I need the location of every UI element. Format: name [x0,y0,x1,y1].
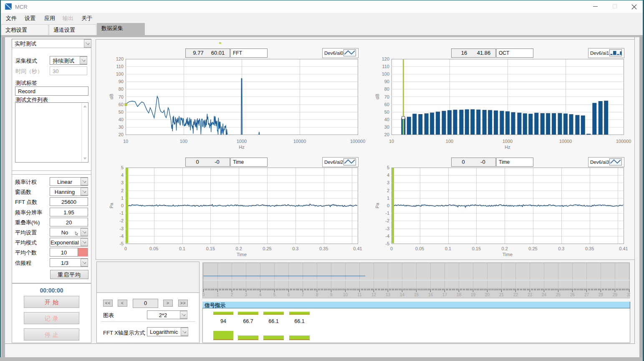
svg-text:-0: -0 [480,159,485,165]
svg-text:22: 22 [513,292,518,297]
svg-text:50: 50 [384,109,389,114]
svg-text:dB: dB [375,94,380,99]
svg-text:18: 18 [457,292,462,297]
svg-text:120: 120 [382,56,389,61]
svg-text:0.15: 0.15 [206,246,215,251]
svg-text:0: 0 [390,246,393,251]
svg-text:3: 3 [245,292,247,297]
svg-text:0: 0 [462,159,465,165]
svg-text:0.25: 0.25 [528,246,537,251]
svg-text:7: 7 [302,292,304,297]
svg-text:19: 19 [471,292,476,297]
svg-text:-0: -0 [215,159,220,165]
svg-text:4: 4 [121,173,124,178]
svg-text:23: 23 [528,292,533,297]
svg-text:2: 2 [387,188,389,193]
svg-text:-5: -5 [119,241,124,246]
svg-text:70: 70 [119,94,124,99]
svg-text:20: 20 [119,132,124,137]
svg-text:9.77: 9.77 [193,50,203,56]
svg-text:21: 21 [499,292,504,297]
svg-text:0: 0 [387,203,389,208]
svg-text:OCT: OCT [499,50,510,56]
svg-text:FFT: FFT [233,50,242,56]
svg-text:60: 60 [119,102,124,107]
svg-text:70: 70 [384,94,389,99]
svg-text:11: 11 [357,292,362,297]
svg-text:-2: -2 [119,218,124,223]
svg-text:41.86: 41.86 [477,50,491,56]
svg-text:6: 6 [288,292,290,297]
svg-text:40: 40 [384,117,389,122]
svg-text:27: 27 [584,292,589,297]
svg-text:12: 12 [371,292,376,297]
svg-text:0.3: 0.3 [292,246,298,251]
svg-text:-3: -3 [385,226,389,231]
svg-text:0.35: 0.35 [585,246,594,251]
svg-text:Dev6/ai3: Dev6/ai3 [590,160,609,165]
svg-text:-1: -1 [119,211,124,216]
svg-text:Time: Time [503,252,513,257]
svg-text:50: 50 [119,109,124,114]
svg-text:100: 100 [116,71,124,76]
svg-text:100: 100 [180,139,187,144]
svg-text:Pa: Pa [375,202,380,208]
svg-text:dB: dB [109,94,114,99]
svg-text:60: 60 [384,102,389,107]
svg-text:Hz: Hz [239,145,244,150]
svg-text:28: 28 [599,292,604,297]
svg-text:-4: -4 [385,234,389,239]
svg-text:1: 1 [217,292,219,297]
svg-text:110: 110 [382,64,389,69]
svg-text:1000: 1000 [503,139,513,144]
svg-text:90: 90 [119,79,124,84]
svg-text:4: 4 [387,173,389,178]
svg-text:0.3: 0.3 [558,246,564,251]
svg-text:15: 15 [414,292,419,297]
svg-text:10: 10 [389,139,394,144]
svg-text:14: 14 [400,292,405,297]
svg-text:10000: 10000 [293,139,306,144]
svg-text:2: 2 [121,188,124,193]
svg-text:30: 30 [119,125,124,130]
svg-text:10000: 10000 [559,139,572,144]
svg-text:110: 110 [116,64,124,69]
svg-text:80: 80 [384,86,389,92]
svg-text:Dev6/ai0: Dev6/ai0 [324,51,343,56]
svg-text:Pa: Pa [109,202,114,208]
svg-text:-1: -1 [385,211,389,216]
svg-text:0: 0 [202,292,205,297]
svg-text:3: 3 [387,180,389,185]
svg-text:80: 80 [119,86,124,92]
svg-text:16: 16 [428,292,433,297]
svg-text:Dev6/ai2: Dev6/ai2 [324,160,343,165]
svg-text:10: 10 [343,292,348,297]
svg-text:0.41: 0.41 [619,246,628,251]
svg-text:120: 120 [116,56,124,61]
svg-text:16: 16 [461,50,467,56]
svg-text:4: 4 [259,292,262,297]
svg-text:30: 30 [384,125,389,130]
svg-text:-4: -4 [119,234,124,239]
svg-text:-5: -5 [385,241,389,246]
svg-text:100000: 100000 [616,139,631,144]
svg-text:2: 2 [231,292,233,297]
svg-text:Time: Time [499,159,510,165]
svg-text:0.05: 0.05 [415,246,424,251]
svg-text:0.2: 0.2 [236,246,242,251]
svg-text:5: 5 [387,165,389,170]
svg-text:1: 1 [121,196,124,201]
svg-text:1000: 1000 [237,139,247,144]
svg-text:30: 30 [627,292,630,297]
svg-text:5: 5 [121,165,124,170]
svg-text:Time: Time [233,159,244,165]
svg-text:20: 20 [384,132,389,137]
svg-text:10: 10 [123,139,128,144]
svg-text:29: 29 [613,292,618,297]
svg-text:0.2: 0.2 [502,246,508,251]
svg-text:24: 24 [542,292,547,297]
svg-text:0.1: 0.1 [179,246,185,251]
svg-text:9: 9 [330,292,333,297]
svg-text:90: 90 [384,79,389,84]
svg-text:0.15: 0.15 [472,246,481,251]
